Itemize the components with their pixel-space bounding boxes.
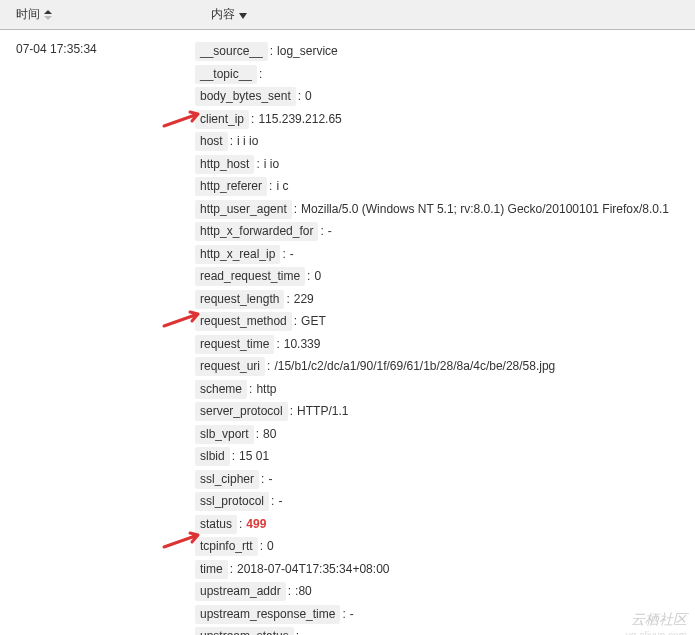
field-key: host [195,132,228,151]
colon: : [249,111,258,128]
header-time-label: 时间 [16,6,40,23]
header-content-label: 内容 [211,6,235,23]
field-row: time:2018-07-04T17:35:34+08:00 [195,560,695,579]
field-row: scheme:http [195,380,695,399]
colon: : [228,133,237,150]
field-key: __source__ [195,42,268,61]
field-row: status:499 [195,515,695,534]
field-key: time [195,560,228,579]
field-key: http_referer [195,177,267,196]
log-row: 07-04 17:35:34 __source__:log_service__t… [0,30,695,635]
colon: : [284,291,293,308]
colon: : [280,246,289,263]
field-value: http [256,381,276,398]
field-row: request_uri:/15/b1/c2/dc/a1/90/1f/69/61/… [195,357,695,376]
field-key: body_bytes_sent [195,87,296,106]
colon: : [257,66,266,83]
table-header: 时间 内容 [0,0,695,30]
field-value: 0 [305,88,312,105]
field-row: upstream_addr: :80 [195,582,695,601]
field-key: read_request_time [195,267,305,286]
field-row: read_request_time:0 [195,267,695,286]
field-key: request_time [195,335,274,354]
timestamp-cell: 07-04 17:35:34 [0,42,195,635]
colon: : [318,223,327,240]
field-value: - [328,223,332,240]
field-row: ssl_protocol:- [195,492,695,511]
colon: : [259,471,268,488]
field-value: - [268,471,272,488]
field-row: http_referer:i c [195,177,695,196]
field-row: request_length:229 [195,290,695,309]
field-value: 0 [267,538,274,555]
field-value: HTTP/1.1 [297,403,348,420]
field-row: request_time:10.339 [195,335,695,354]
field-key: http_user_agent [195,200,292,219]
field-value: GET [301,313,326,330]
header-content-col[interactable]: 内容 [195,6,263,23]
field-value: 229 [294,291,314,308]
field-row: __topic__: [195,65,695,84]
field-value: Mozilla/5.0 (Windows NT 5.1; rv:8.0.1) G… [301,201,669,218]
colon: : [294,628,303,635]
colon: : [340,606,349,623]
field-key: http_host [195,155,254,174]
field-value: i i io [237,133,258,150]
field-row: body_bytes_sent:0 [195,87,695,106]
field-key: slb_vport [195,425,254,444]
field-row: __source__:log_service [195,42,695,61]
field-key: tcpinfo_rtt [195,537,258,556]
field-key: http_x_forwarded_for [195,222,318,241]
field-row: ssl_cipher:- [195,470,695,489]
field-value: - [350,606,354,623]
field-value: :80 [295,583,312,600]
field-row: host:i i io [195,132,695,151]
field-key: scheme [195,380,247,399]
colon: : [269,493,278,510]
field-row: request_method:GET [195,312,695,331]
field-value: i c [276,178,288,195]
colon: : [265,358,274,375]
field-key: http_x_real_ip [195,245,280,264]
field-value: 80 [263,426,276,443]
field-value: log_service [277,43,338,60]
field-value: 499 [246,516,266,533]
field-key: slbid [195,447,230,466]
field-value: i io [264,156,279,173]
field-value: - [290,246,294,263]
colon: : [268,43,277,60]
field-key: upstream_response_time [195,605,340,624]
field-row: client_ip:115.239.212.65 [195,110,695,129]
colon: : [258,538,267,555]
field-row: http_user_agent:Mozilla/5.0 (Windows NT … [195,200,695,219]
field-value: /15/b1/c2/dc/a1/90/1f/69/61/1b/28/8a/4c/… [274,358,555,375]
field-row: tcpinfo_rtt:0 [195,537,695,556]
colon: : [292,201,301,218]
field-row: http_x_forwarded_for:- [195,222,695,241]
dropdown-icon[interactable] [239,8,247,22]
field-key: ssl_cipher [195,470,259,489]
colon: : [274,336,283,353]
field-key: status [195,515,237,534]
field-key: upstream_status [195,627,294,635]
colon: : [286,583,295,600]
colon: : [296,88,305,105]
header-time-col[interactable]: 时间 [0,6,195,23]
sort-icon[interactable] [44,10,52,20]
field-value: 15 01 [239,448,269,465]
fields-list: __source__:log_service__topic__:body_byt… [195,42,695,635]
field-row: upstream_response_time:- [195,605,695,624]
field-key: server_protocol [195,402,288,421]
field-key: request_length [195,290,284,309]
field-value: - [303,628,307,635]
field-value: 115.239.212.65 [258,111,341,128]
field-row: http_host:i io [195,155,695,174]
field-key: request_uri [195,357,265,376]
field-row: server_protocol:HTTP/1.1 [195,402,695,421]
field-row: http_x_real_ip:- [195,245,695,264]
field-value: 2018-07-04T17:35:34+08:00 [237,561,389,578]
colon: : [292,313,301,330]
field-row: slb_vport:80 [195,425,695,444]
field-key: request_method [195,312,292,331]
colon: : [267,178,276,195]
